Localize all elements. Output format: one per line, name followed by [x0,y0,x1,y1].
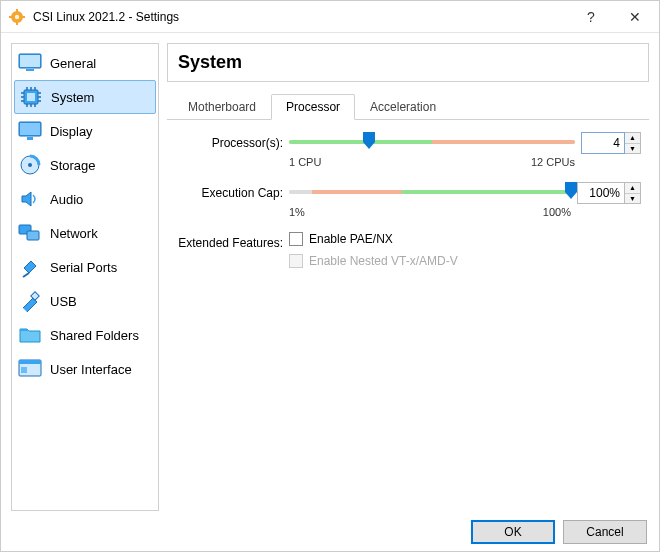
close-button[interactable]: ✕ [613,2,657,32]
execution-cap-row: Execution Cap: [171,182,641,218]
ui-icon [18,357,42,381]
network-icon [18,221,42,245]
slider-thumb-icon[interactable] [563,182,579,200]
svg-point-27 [28,163,32,167]
sidebar-item-display[interactable]: Display [14,114,156,148]
tab-body: Processor(s): [167,120,649,298]
sidebar-item-usb[interactable]: USB [14,284,156,318]
svg-rect-34 [21,367,27,373]
sidebar-item-serial-ports[interactable]: Serial Ports [14,250,156,284]
svg-rect-7 [20,55,40,67]
svg-rect-25 [27,137,33,140]
slider-thumb-icon[interactable] [361,132,377,150]
tab-processor[interactable]: Processor [271,94,355,120]
sidebar: General System Display Storage Audio Net… [11,43,159,511]
sidebar-item-label: Network [50,226,98,241]
exec-cap-max-label: 100% [543,206,571,218]
monitor-icon [18,51,42,75]
processors-input[interactable] [581,132,625,154]
plug-icon [18,255,42,279]
dialog-footer: OK Cancel [1,511,659,552]
titlebar: CSI Linux 2021.2 - Settings ? ✕ [1,1,659,33]
sidebar-item-label: Serial Ports [50,260,117,275]
processors-slider[interactable] [289,132,575,152]
panel-title: System [167,43,649,82]
sidebar-item-network[interactable]: Network [14,216,156,250]
execution-cap-spinner[interactable]: ▲▼ [625,182,641,204]
svg-rect-24 [20,123,40,135]
window-title: CSI Linux 2021.2 - Settings [33,10,569,24]
extended-features-row: Extended Features: Enable PAE/NX Enable … [171,232,641,276]
execution-cap-slider[interactable] [289,182,571,202]
exec-cap-min-label: 1% [289,206,305,218]
chip-icon [19,85,43,109]
svg-rect-29 [27,231,39,240]
sidebar-item-label: User Interface [50,362,132,377]
execution-cap-input[interactable] [577,182,625,204]
svg-line-30 [23,273,29,277]
sidebar-item-shared-folders[interactable]: Shared Folders [14,318,156,352]
processors-min-label: 1 CPU [289,156,321,168]
sidebar-item-label: System [51,90,94,105]
cancel-button[interactable]: Cancel [563,520,647,544]
tab-acceleration[interactable]: Acceleration [355,94,451,120]
spin-up-icon[interactable]: ▲ [625,133,640,144]
processors-row: Processor(s): [171,132,641,168]
sidebar-item-label: Storage [50,158,96,173]
svg-rect-33 [19,360,41,364]
tab-motherboard[interactable]: Motherboard [173,94,271,120]
disk-icon [18,153,42,177]
sidebar-item-audio[interactable]: Audio [14,182,156,216]
sidebar-item-label: Audio [50,192,83,207]
sidebar-item-general[interactable]: General [14,46,156,80]
ok-button[interactable]: OK [471,520,555,544]
enable-nested-vtx-checkbox [289,254,303,268]
extended-features-label: Extended Features: [171,232,289,250]
folder-icon [18,323,42,347]
svg-rect-8 [26,69,34,71]
svg-point-1 [15,14,19,18]
spin-down-icon[interactable]: ▼ [625,144,640,154]
processors-spinner[interactable]: ▲▼ [625,132,641,154]
execution-cap-label: Execution Cap: [171,182,289,200]
processors-label: Processor(s): [171,132,289,150]
content-area: General System Display Storage Audio Net… [1,33,659,511]
app-icon [9,9,25,25]
svg-rect-10 [27,93,35,101]
enable-pae-checkbox[interactable] [289,232,303,246]
sidebar-item-system[interactable]: System [14,80,156,114]
help-button[interactable]: ? [569,2,613,32]
sidebar-item-storage[interactable]: Storage [14,148,156,182]
sidebar-item-label: Shared Folders [50,328,139,343]
sidebar-item-label: USB [50,294,77,309]
speaker-icon [18,187,42,211]
usb-icon [18,289,42,313]
enable-nested-vtx-label: Enable Nested VT-x/AMD-V [309,254,458,268]
spin-down-icon[interactable]: ▼ [625,194,640,204]
spin-up-icon[interactable]: ▲ [625,183,640,194]
settings-panel: System Motherboard Processor Acceleratio… [167,43,649,511]
sidebar-item-user-interface[interactable]: User Interface [14,352,156,386]
sidebar-item-label: General [50,56,96,71]
tabs-bar: Motherboard Processor Acceleration [167,94,649,120]
sidebar-item-label: Display [50,124,93,139]
display-icon [18,119,42,143]
processors-max-label: 12 CPUs [531,156,575,168]
enable-pae-label: Enable PAE/NX [309,232,393,246]
